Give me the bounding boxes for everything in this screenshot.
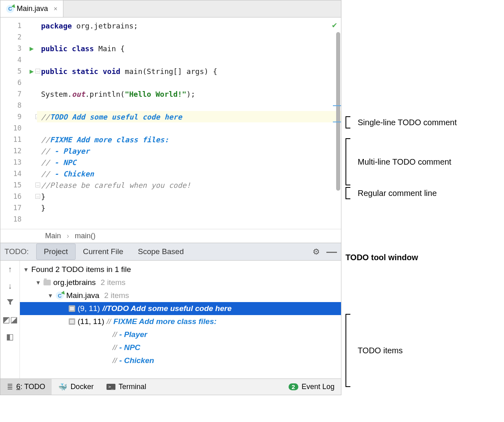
status-bar: ≣ 6: TODO 🐳 Docker >_ Terminal 2 Event L…	[0, 378, 341, 395]
todo-item-icon	[69, 318, 75, 325]
annotations-panel: Single-line TODO comment Multi-line TODO…	[341, 0, 504, 395]
arrow-down-icon[interactable]: ↓	[8, 281, 12, 291]
code-line[interactable]	[37, 77, 341, 88]
code-line[interactable]: //Please be careful when you code!	[37, 179, 341, 191]
hide-icon[interactable]: —	[326, 246, 337, 258]
scrollbar-thumb[interactable]	[336, 32, 340, 191]
code-line[interactable]: }	[37, 191, 341, 202]
breadcrumb-class[interactable]: Main	[45, 232, 61, 240]
code-line[interactable]	[37, 213, 341, 225]
code-line[interactable]: public class Main {	[37, 43, 341, 54]
annotation-text: TODO items	[358, 346, 403, 355]
chevron-right-icon: ›	[67, 232, 69, 240]
code-line[interactable]	[37, 54, 341, 65]
editor-tabbar: Main.java ×	[0, 0, 341, 17]
code-line[interactable]	[37, 122, 341, 134]
tab-filename: Main.java	[17, 4, 48, 13]
status-docker-button[interactable]: 🐳 Docker	[52, 379, 100, 395]
close-icon[interactable]: ×	[54, 5, 57, 13]
event-count-badge: 2	[289, 383, 298, 390]
preview-icon[interactable]: ◧	[6, 332, 14, 342]
todo-item-icon	[69, 305, 75, 312]
inspection-ok-icon[interactable]: ✔	[332, 20, 337, 30]
annotation-text: Multi-line TODO comment	[358, 157, 451, 167]
todo-item[interactable]: (11, 11) //FIXME Add more class files:	[20, 315, 341, 328]
editor-marker[interactable]	[333, 105, 341, 106]
todo-toolbar: ↑ ↓ ◩◪ ◧	[0, 261, 20, 378]
todo-tool-header: TODO: Project Current File Scope Based ⚙…	[0, 243, 341, 261]
java-class-icon	[56, 291, 64, 300]
code-line[interactable]: public static void main(String[] args) {	[37, 65, 341, 77]
code-line[interactable]: // - Player	[37, 145, 341, 157]
ide-window: Main.java × 123▶45▶–6789–101112131415–16…	[0, 0, 341, 395]
code-line[interactable]: // - NPC	[37, 157, 341, 168]
list-icon: ≣	[7, 383, 13, 392]
code-editor[interactable]: 123▶45▶–6789–101112131415–16–1718 packag…	[0, 17, 341, 229]
status-event-log-button[interactable]: 2 Event Log	[282, 379, 341, 395]
filter-icon[interactable]	[7, 298, 14, 307]
status-terminal-button[interactable]: >_ Terminal	[100, 379, 152, 395]
tab-project[interactable]: Project	[36, 244, 76, 260]
docker-icon: 🐳	[58, 383, 67, 392]
tree-summary[interactable]: ▼ Found 2 TODO items in 1 file	[20, 263, 341, 276]
tab-scope-based[interactable]: Scope Based	[130, 244, 191, 259]
tab-current-file[interactable]: Current File	[76, 244, 130, 259]
code-line[interactable]: package org.jetbrains;	[37, 20, 341, 31]
todo-item-cont[interactable]: // - Player	[20, 328, 341, 341]
status-todo-button[interactable]: ≣ 6: TODO	[0, 379, 52, 395]
package-icon	[43, 280, 51, 285]
code-line[interactable]: }	[37, 202, 341, 213]
todo-tree[interactable]: ▼ Found 2 TODO items in 1 file ▼ org.jet…	[20, 261, 341, 378]
editor-marker[interactable]	[333, 122, 341, 122]
annotation-text: Regular comment line	[358, 189, 437, 198]
todo-item-cont[interactable]: // - Chicken	[20, 354, 341, 367]
editor-tab[interactable]: Main.java ×	[0, 0, 63, 17]
code-line[interactable]: //TODO Add some useful code here	[37, 111, 341, 122]
terminal-icon: >_	[106, 384, 115, 390]
code-line[interactable]: //FIXME Add more class files:	[37, 134, 341, 145]
tree-file[interactable]: ▼ Main.java 2 items	[20, 289, 341, 302]
todo-item-selected[interactable]: (9, 11) //TODO Add some useful code here	[20, 302, 341, 315]
line-gutter: 123▶45▶–6789–101112131415–16–1718	[0, 17, 37, 229]
code-line[interactable]	[37, 100, 341, 111]
group-icon[interactable]: ◩◪	[2, 315, 18, 324]
code-line[interactable]: System.out.println("Hello World!");	[37, 88, 341, 100]
annotation-text: TODO tool window	[345, 253, 418, 262]
todo-label: TODO:	[4, 247, 29, 256]
code-area[interactable]: package org.jetbrains;public class Main …	[37, 17, 341, 229]
breadcrumb: Main › main()	[0, 229, 341, 243]
breadcrumb-method[interactable]: main()	[75, 232, 96, 240]
gear-icon[interactable]: ⚙	[313, 247, 320, 257]
tree-package[interactable]: ▼ org.jetbrains 2 items	[20, 276, 341, 289]
java-class-icon	[6, 5, 14, 13]
todo-item-cont[interactable]: // - NPC	[20, 341, 341, 354]
code-line[interactable]: // - Chicken	[37, 168, 341, 179]
arrow-up-icon[interactable]: ↑	[8, 265, 12, 274]
code-line[interactable]	[37, 31, 341, 43]
annotation-text: Single-line TODO comment	[358, 118, 457, 127]
todo-tool-body: ↑ ↓ ◩◪ ◧ ▼ Found 2 TODO items in 1 file …	[0, 261, 341, 378]
